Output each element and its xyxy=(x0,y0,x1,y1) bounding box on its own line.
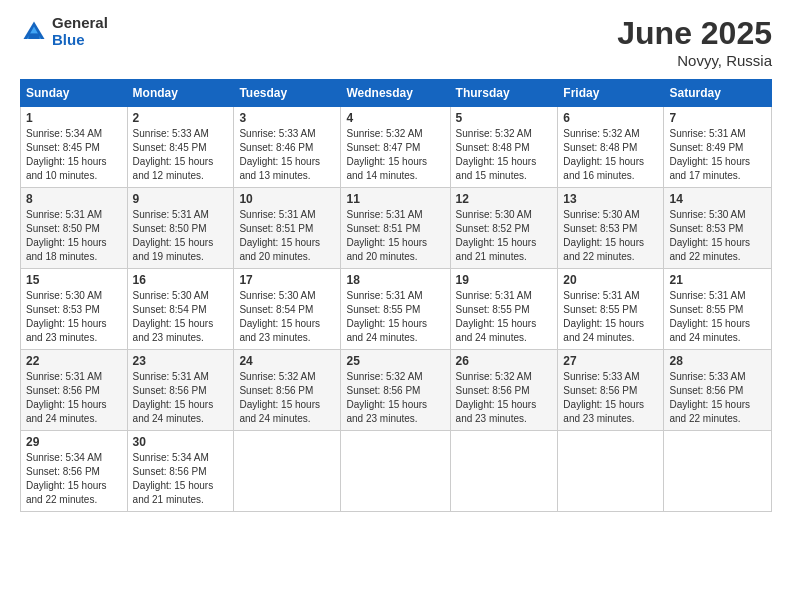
calendar-cell: 29Sunrise: 5:34 AM Sunset: 8:56 PM Dayli… xyxy=(21,431,128,512)
calendar-header-tuesday: Tuesday xyxy=(234,80,341,107)
day-number: 24 xyxy=(239,354,335,368)
page: General Blue June 2025 Novyy, Russia Sun… xyxy=(0,0,792,612)
calendar-cell xyxy=(664,431,772,512)
calendar-cell: 22Sunrise: 5:31 AM Sunset: 8:56 PM Dayli… xyxy=(21,350,128,431)
day-number: 7 xyxy=(669,111,766,125)
calendar-cell: 17Sunrise: 5:30 AM Sunset: 8:54 PM Dayli… xyxy=(234,269,341,350)
calendar-cell: 16Sunrise: 5:30 AM Sunset: 8:54 PM Dayli… xyxy=(127,269,234,350)
day-number: 30 xyxy=(133,435,229,449)
day-info: Sunrise: 5:31 AM Sunset: 8:55 PM Dayligh… xyxy=(346,289,444,345)
calendar-cell: 21Sunrise: 5:31 AM Sunset: 8:55 PM Dayli… xyxy=(664,269,772,350)
calendar-week-row: 15Sunrise: 5:30 AM Sunset: 8:53 PM Dayli… xyxy=(21,269,772,350)
day-number: 22 xyxy=(26,354,122,368)
day-info: Sunrise: 5:33 AM Sunset: 8:46 PM Dayligh… xyxy=(239,127,335,183)
day-number: 21 xyxy=(669,273,766,287)
calendar-cell: 18Sunrise: 5:31 AM Sunset: 8:55 PM Dayli… xyxy=(341,269,450,350)
calendar-cell xyxy=(341,431,450,512)
logo-text: General Blue xyxy=(52,15,108,48)
logo-general-text: General xyxy=(52,15,108,32)
calendar-week-row: 1Sunrise: 5:34 AM Sunset: 8:45 PM Daylig… xyxy=(21,107,772,188)
calendar-cell: 20Sunrise: 5:31 AM Sunset: 8:55 PM Dayli… xyxy=(558,269,664,350)
day-number: 8 xyxy=(26,192,122,206)
day-info: Sunrise: 5:31 AM Sunset: 8:55 PM Dayligh… xyxy=(563,289,658,345)
calendar-cell: 6Sunrise: 5:32 AM Sunset: 8:48 PM Daylig… xyxy=(558,107,664,188)
day-number: 11 xyxy=(346,192,444,206)
calendar-cell: 14Sunrise: 5:30 AM Sunset: 8:53 PM Dayli… xyxy=(664,188,772,269)
day-info: Sunrise: 5:31 AM Sunset: 8:56 PM Dayligh… xyxy=(26,370,122,426)
day-number: 3 xyxy=(239,111,335,125)
day-info: Sunrise: 5:31 AM Sunset: 8:56 PM Dayligh… xyxy=(133,370,229,426)
calendar-cell: 26Sunrise: 5:32 AM Sunset: 8:56 PM Dayli… xyxy=(450,350,558,431)
day-info: Sunrise: 5:33 AM Sunset: 8:56 PM Dayligh… xyxy=(669,370,766,426)
day-number: 25 xyxy=(346,354,444,368)
day-number: 28 xyxy=(669,354,766,368)
day-info: Sunrise: 5:31 AM Sunset: 8:55 PM Dayligh… xyxy=(456,289,553,345)
day-number: 12 xyxy=(456,192,553,206)
calendar-cell: 24Sunrise: 5:32 AM Sunset: 8:56 PM Dayli… xyxy=(234,350,341,431)
logo-icon xyxy=(20,18,48,46)
day-info: Sunrise: 5:30 AM Sunset: 8:54 PM Dayligh… xyxy=(239,289,335,345)
day-info: Sunrise: 5:31 AM Sunset: 8:50 PM Dayligh… xyxy=(133,208,229,264)
day-info: Sunrise: 5:30 AM Sunset: 8:54 PM Dayligh… xyxy=(133,289,229,345)
day-info: Sunrise: 5:33 AM Sunset: 8:45 PM Dayligh… xyxy=(133,127,229,183)
calendar-cell xyxy=(558,431,664,512)
day-number: 19 xyxy=(456,273,553,287)
calendar-cell: 25Sunrise: 5:32 AM Sunset: 8:56 PM Dayli… xyxy=(341,350,450,431)
day-number: 9 xyxy=(133,192,229,206)
calendar-cell: 19Sunrise: 5:31 AM Sunset: 8:55 PM Dayli… xyxy=(450,269,558,350)
calendar-cell xyxy=(450,431,558,512)
title-block: June 2025 Novyy, Russia xyxy=(617,15,772,69)
day-info: Sunrise: 5:34 AM Sunset: 8:45 PM Dayligh… xyxy=(26,127,122,183)
calendar-cell: 11Sunrise: 5:31 AM Sunset: 8:51 PM Dayli… xyxy=(341,188,450,269)
day-number: 17 xyxy=(239,273,335,287)
day-number: 26 xyxy=(456,354,553,368)
calendar-cell: 9Sunrise: 5:31 AM Sunset: 8:50 PM Daylig… xyxy=(127,188,234,269)
day-info: Sunrise: 5:31 AM Sunset: 8:51 PM Dayligh… xyxy=(239,208,335,264)
day-info: Sunrise: 5:30 AM Sunset: 8:53 PM Dayligh… xyxy=(669,208,766,264)
day-info: Sunrise: 5:32 AM Sunset: 8:47 PM Dayligh… xyxy=(346,127,444,183)
day-number: 16 xyxy=(133,273,229,287)
day-info: Sunrise: 5:34 AM Sunset: 8:56 PM Dayligh… xyxy=(133,451,229,507)
day-number: 10 xyxy=(239,192,335,206)
day-number: 2 xyxy=(133,111,229,125)
calendar-header-monday: Monday xyxy=(127,80,234,107)
location: Novyy, Russia xyxy=(617,52,772,69)
calendar-table: SundayMondayTuesdayWednesdayThursdayFrid… xyxy=(20,79,772,512)
calendar-cell: 4Sunrise: 5:32 AM Sunset: 8:47 PM Daylig… xyxy=(341,107,450,188)
header: General Blue June 2025 Novyy, Russia xyxy=(20,15,772,69)
calendar-cell xyxy=(234,431,341,512)
calendar-cell: 30Sunrise: 5:34 AM Sunset: 8:56 PM Dayli… xyxy=(127,431,234,512)
day-number: 5 xyxy=(456,111,553,125)
day-info: Sunrise: 5:33 AM Sunset: 8:56 PM Dayligh… xyxy=(563,370,658,426)
day-info: Sunrise: 5:32 AM Sunset: 8:48 PM Dayligh… xyxy=(456,127,553,183)
calendar-cell: 28Sunrise: 5:33 AM Sunset: 8:56 PM Dayli… xyxy=(664,350,772,431)
day-number: 27 xyxy=(563,354,658,368)
calendar-header-wednesday: Wednesday xyxy=(341,80,450,107)
day-info: Sunrise: 5:30 AM Sunset: 8:53 PM Dayligh… xyxy=(563,208,658,264)
day-info: Sunrise: 5:32 AM Sunset: 8:56 PM Dayligh… xyxy=(456,370,553,426)
day-number: 18 xyxy=(346,273,444,287)
calendar-week-row: 29Sunrise: 5:34 AM Sunset: 8:56 PM Dayli… xyxy=(21,431,772,512)
calendar-cell: 8Sunrise: 5:31 AM Sunset: 8:50 PM Daylig… xyxy=(21,188,128,269)
calendar-week-row: 8Sunrise: 5:31 AM Sunset: 8:50 PM Daylig… xyxy=(21,188,772,269)
calendar-header-saturday: Saturday xyxy=(664,80,772,107)
day-number: 6 xyxy=(563,111,658,125)
calendar-cell: 5Sunrise: 5:32 AM Sunset: 8:48 PM Daylig… xyxy=(450,107,558,188)
day-number: 20 xyxy=(563,273,658,287)
day-number: 14 xyxy=(669,192,766,206)
calendar-cell: 7Sunrise: 5:31 AM Sunset: 8:49 PM Daylig… xyxy=(664,107,772,188)
calendar-cell: 3Sunrise: 5:33 AM Sunset: 8:46 PM Daylig… xyxy=(234,107,341,188)
day-info: Sunrise: 5:30 AM Sunset: 8:52 PM Dayligh… xyxy=(456,208,553,264)
calendar-cell: 15Sunrise: 5:30 AM Sunset: 8:53 PM Dayli… xyxy=(21,269,128,350)
calendar-header-friday: Friday xyxy=(558,80,664,107)
calendar-cell: 13Sunrise: 5:30 AM Sunset: 8:53 PM Dayli… xyxy=(558,188,664,269)
calendar-cell: 1Sunrise: 5:34 AM Sunset: 8:45 PM Daylig… xyxy=(21,107,128,188)
day-number: 1 xyxy=(26,111,122,125)
day-info: Sunrise: 5:30 AM Sunset: 8:53 PM Dayligh… xyxy=(26,289,122,345)
logo-blue-text: Blue xyxy=(52,32,108,49)
logo: General Blue xyxy=(20,15,108,48)
calendar-cell: 23Sunrise: 5:31 AM Sunset: 8:56 PM Dayli… xyxy=(127,350,234,431)
day-info: Sunrise: 5:34 AM Sunset: 8:56 PM Dayligh… xyxy=(26,451,122,507)
day-number: 13 xyxy=(563,192,658,206)
day-info: Sunrise: 5:31 AM Sunset: 8:55 PM Dayligh… xyxy=(669,289,766,345)
